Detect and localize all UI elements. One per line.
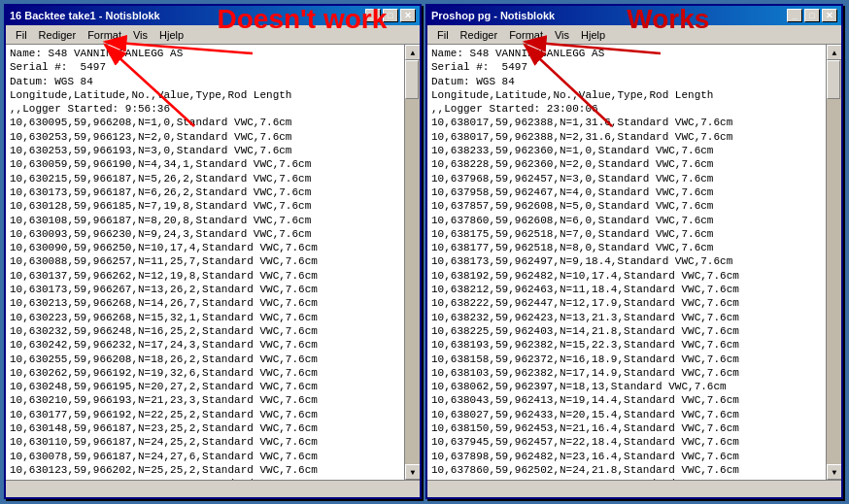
scroll-down-right[interactable]: ▼ <box>827 464 841 480</box>
scroll-track-left[interactable] <box>405 60 420 464</box>
menu-vis-right[interactable]: Vis <box>549 28 575 42</box>
scroll-thumb-left[interactable] <box>405 60 419 99</box>
menu-fil-right[interactable]: Fil <box>431 28 455 42</box>
title-bar-left: 16 Backtee take1 - Notisblokk _ □ ✕ <box>6 6 420 25</box>
menu-hjelp-left[interactable]: Hjelp <box>153 28 189 42</box>
title-buttons-left: _ □ ✕ <box>365 9 416 22</box>
scroll-thumb-right[interactable] <box>827 60 840 99</box>
scrollbar-left[interactable]: ▲ ▼ <box>404 45 420 480</box>
menu-vis-left[interactable]: Vis <box>127 28 153 42</box>
content-area-right: Name: S48 VANNINGSANLEGG AS Serial #: 54… <box>427 45 841 480</box>
menu-format-right[interactable]: Format <box>503 28 549 42</box>
scroll-up-right[interactable]: ▲ <box>827 45 841 60</box>
status-bar-left <box>6 480 420 497</box>
scroll-up-left[interactable]: ▲ <box>405 45 420 60</box>
scroll-track-right[interactable] <box>827 60 841 464</box>
status-bar-right <box>427 480 841 497</box>
menu-hjelp-right[interactable]: Hjelp <box>575 28 611 42</box>
text-content-left[interactable]: Name: S48 VANNINGSANLEGG AS Serial #: 54… <box>6 45 404 480</box>
close-btn-left[interactable]: ✕ <box>400 9 416 22</box>
minimize-btn-left[interactable]: _ <box>365 9 381 22</box>
window-left: 16 Backtee take1 - Notisblokk _ □ ✕ Fil … <box>4 4 422 499</box>
menu-rediger-right[interactable]: Rediger <box>455 28 504 42</box>
title-right: Proshop pg - Notisblokk <box>431 10 555 21</box>
menu-bar-left: Fil Rediger Format Vis Hjelp <box>6 25 420 45</box>
scroll-down-left[interactable]: ▼ <box>405 464 420 480</box>
close-btn-right[interactable]: ✕ <box>822 9 837 22</box>
title-left: 16 Backtee take1 - Notisblokk <box>10 10 160 21</box>
scrollbar-right[interactable]: ▲ ▼ <box>826 45 841 480</box>
window-right: Proshop pg - Notisblokk _ □ ✕ Fil Redige… <box>425 4 843 499</box>
text-content-right[interactable]: Name: S48 VANNINGSANLEGG AS Serial #: 54… <box>427 45 826 480</box>
maximize-btn-right[interactable]: □ <box>804 9 820 22</box>
menu-bar-right: Fil Rediger Format Vis Hjelp <box>427 25 841 45</box>
menu-format-left[interactable]: Format <box>82 28 127 42</box>
menu-rediger-left[interactable]: Rediger <box>33 28 83 42</box>
maximize-btn-left[interactable]: □ <box>383 9 398 22</box>
title-bar-right: Proshop pg - Notisblokk _ □ ✕ <box>427 6 841 25</box>
menu-fil-left[interactable]: Fil <box>10 28 33 42</box>
minimize-btn-right[interactable]: _ <box>787 9 802 22</box>
title-buttons-right: _ □ ✕ <box>787 9 837 22</box>
content-area-left: Name: S48 VANNINGSANLEGG AS Serial #: 54… <box>6 45 420 480</box>
